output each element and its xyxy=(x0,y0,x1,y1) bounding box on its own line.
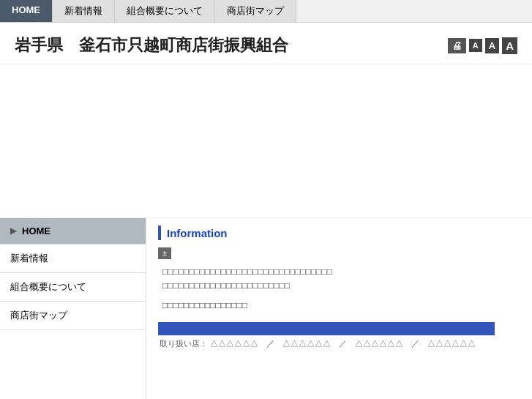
site-title: 岩手県 釜石市只越町商店街振興組合 xyxy=(15,34,288,56)
sidebar-arrow-home: ▶ xyxy=(10,226,16,236)
sidebar-item-news[interactable]: 新着情報 xyxy=(0,245,146,273)
below-header: ▶ HOME 新着情報 組合概要について 商店街マップ Informat xyxy=(0,64,532,399)
nav-item-home[interactable]: HOME xyxy=(0,0,53,22)
bottom-links: △△△△△△ ／ △△△△△△ ／ △△△△△△ ／ △△△△△△ xyxy=(210,339,476,348)
nav-item-news[interactable]: 新着情報 xyxy=(53,0,115,22)
sidebar-item-overview[interactable]: 組合概要について xyxy=(0,273,146,302)
print-button[interactable]: 🖨 xyxy=(448,38,466,53)
page-wrapper: HOME 新着情報 組合概要について 商店街マップ 岩手県 釜石市只越町商店街振… xyxy=(0,0,532,399)
lower-section: ▶ HOME 新着情報 組合概要について 商店街マップ Informat xyxy=(0,218,532,399)
top-nav: HOME 新着情報 組合概要について 商店街マップ xyxy=(0,0,532,23)
table-row: □□□□□□□□□□□□□□□□ xyxy=(158,296,520,316)
info-toggle-button[interactable]: ± xyxy=(158,247,171,259)
header: 岩手県 釜石市只越町商店街振興組合 🖨 A A A xyxy=(0,23,532,64)
info-row-text-2: □□□□□□□□□□□□□□□□ xyxy=(158,296,520,316)
info-bar-accent xyxy=(158,225,161,240)
info-title: Information xyxy=(167,227,228,239)
sidebar-label-overview: 組合概要について xyxy=(10,280,86,294)
sidebar-item-home[interactable]: ▶ HOME xyxy=(0,218,146,245)
bottom-text: 取り扱い店： △△△△△△ ／ △△△△△△ ／ △△△△△△ ／ △△△△△△ xyxy=(158,338,520,349)
bottom-label: 取り扱い店： xyxy=(160,339,208,348)
info-row-text-1: □□□□□□□□□□□□□□□□□□□□□□□□□□□□□□□□ □□□□□□□… xyxy=(158,262,520,296)
table-row: □□□□□□□□□□□□□□□□□□□□□□□□□□□□□□□□ □□□□□□□… xyxy=(158,262,520,296)
sidebar-label-map: 商店街マップ xyxy=(10,309,67,322)
nav-item-overview[interactable]: 組合概要について xyxy=(115,0,215,22)
font-medium-button[interactable]: A xyxy=(485,38,499,53)
font-controls: 🖨 A A A xyxy=(448,37,517,54)
info-header: Information xyxy=(158,225,520,240)
sidebar-item-map[interactable]: 商店街マップ xyxy=(0,302,146,330)
content-area: Information ± □□□□□□□□□□□□□□□□□□□□□□□□□□… xyxy=(146,218,532,399)
nav-item-map[interactable]: 商店街マップ xyxy=(215,0,296,22)
font-small-button[interactable]: A xyxy=(469,39,482,52)
sidebar-label-news: 新着情報 xyxy=(10,252,48,265)
blue-bar xyxy=(158,322,495,335)
font-large-button[interactable]: A xyxy=(502,37,517,54)
sidebar: ▶ HOME 新着情報 組合概要について 商店街マップ xyxy=(0,218,146,399)
info-table: □□□□□□□□□□□□□□□□□□□□□□□□□□□□□□□□ □□□□□□□… xyxy=(158,262,520,316)
sidebar-label-home: HOME xyxy=(22,225,50,236)
hero-section xyxy=(0,64,532,218)
